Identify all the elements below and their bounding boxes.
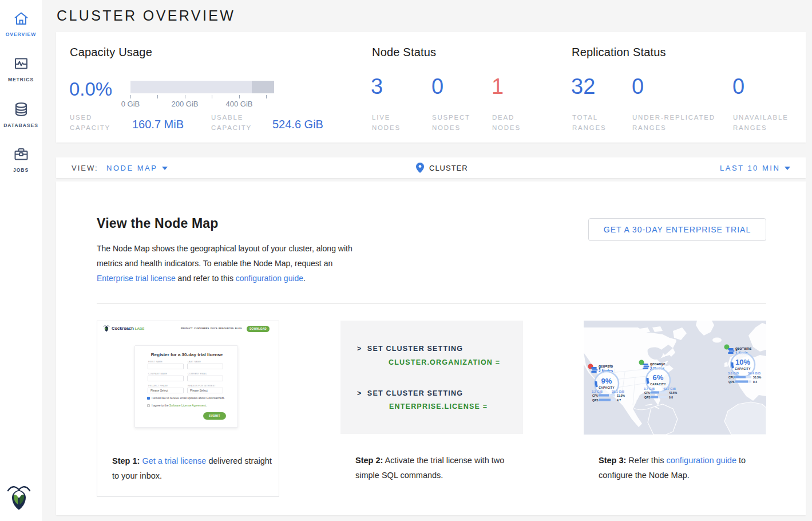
svg-text:CAPACITY: CAPACITY — [599, 386, 615, 389]
svg-text:CPU: CPU — [644, 391, 651, 394]
svg-text:34.4 GiB: 34.4 GiB — [748, 372, 760, 375]
svg-text:0.4: 0.4 — [753, 380, 757, 384]
svg-text:CAPACITY: CAPACITY — [650, 382, 666, 386]
svg-text:3.7 GiB: 3.7 GiB — [644, 387, 655, 390]
svg-text:35.1 GiB: 35.1 GiB — [612, 390, 624, 393]
svg-text:10%: 10% — [735, 358, 750, 366]
svg-text:6%: 6% — [653, 373, 664, 382]
svg-text:0.0: 0.0 — [669, 396, 673, 399]
svg-text:3.6 GiB: 3.6 GiB — [728, 372, 739, 375]
svg-text:QPS: QPS — [644, 396, 651, 399]
svg-text:11.0%: 11.0% — [617, 394, 625, 397]
svg-text:QPS: QPS — [592, 398, 599, 402]
svg-text:3.2 GiB: 3.2 GiB — [592, 390, 603, 393]
svg-text:53.3%: 53.3% — [753, 376, 762, 379]
svg-text:42.5%: 42.5% — [669, 391, 678, 394]
svg-text:geo=nyc: geo=nyc — [650, 362, 666, 366]
svg-text:CAPACITY: CAPACITY — [735, 367, 751, 370]
svg-text:CPU: CPU — [728, 376, 735, 379]
svg-text:43.7 GiB: 43.7 GiB — [663, 387, 676, 390]
svg-text:geo=ams: geo=ams — [735, 346, 752, 351]
svg-text:CPU: CPU — [592, 394, 599, 397]
svg-text:geo=sfo: geo=sfo — [599, 364, 613, 369]
svg-text:QPS: QPS — [728, 380, 735, 384]
svg-text:4.7: 4.7 — [617, 398, 621, 402]
svg-text:9%: 9% — [601, 377, 612, 385]
